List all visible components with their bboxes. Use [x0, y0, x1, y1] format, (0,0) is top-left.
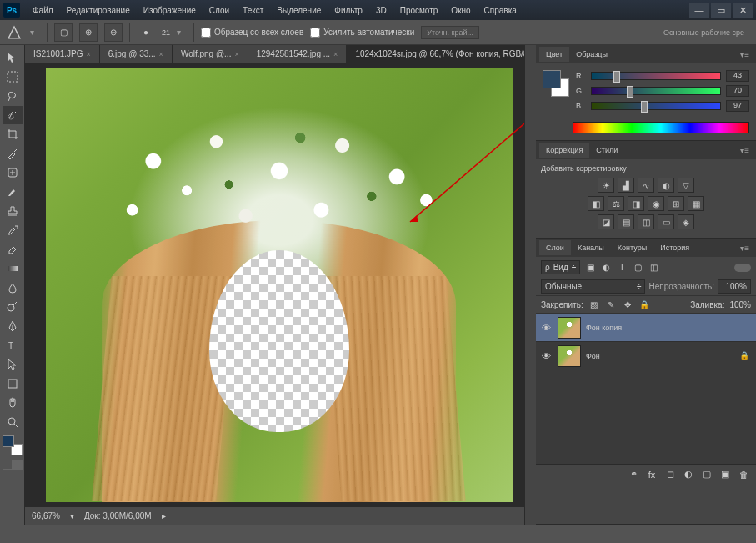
close-button[interactable]: ✕: [733, 3, 753, 18]
tab-close-icon[interactable]: ×: [86, 50, 90, 58]
layer-row[interactable]: 👁 Фон копия: [536, 314, 756, 342]
preset-dropdown-icon[interactable]: ▾: [30, 28, 40, 37]
channel-mixer-icon[interactable]: ⊞: [668, 196, 684, 211]
adjustments-tab[interactable]: Коррекция: [539, 143, 589, 158]
menu-3d[interactable]: 3D: [370, 3, 393, 18]
lock-all-icon[interactable]: 🔒: [638, 299, 650, 310]
layer-mask-icon[interactable]: ◻: [663, 467, 678, 482]
crop-tool[interactable]: [3, 125, 23, 143]
tool-preset-icon[interactable]: [5, 23, 23, 42]
tab-close-icon[interactable]: ×: [333, 50, 338, 58]
add-selection-icon[interactable]: ⊕: [79, 23, 98, 42]
eyedropper-tool[interactable]: [3, 144, 23, 163]
panel-menu-icon[interactable]: ▾≡: [737, 50, 753, 59]
blend-mode-select[interactable]: Обычные ÷: [541, 279, 645, 294]
filter-adj-icon[interactable]: ◐: [599, 261, 613, 274]
document-tab[interactable]: 6.jpg @ 33...×: [100, 45, 173, 63]
document-tab[interactable]: Wolf.png @...×: [173, 45, 248, 63]
invert-icon[interactable]: ◪: [598, 214, 614, 229]
zoom-tool[interactable]: [3, 413, 23, 431]
curves-icon[interactable]: ∿: [638, 178, 654, 193]
layer-name[interactable]: Фон: [586, 352, 734, 360]
dodge-tool[interactable]: [3, 298, 23, 316]
slider-g[interactable]: [591, 87, 721, 95]
menu-text[interactable]: Текст: [237, 3, 269, 18]
styles-tab[interactable]: Стили: [589, 143, 624, 158]
menu-file[interactable]: Файл: [27, 3, 59, 18]
stamp-tool[interactable]: [3, 202, 23, 220]
lock-transparency-icon[interactable]: ▨: [588, 299, 600, 310]
menu-view[interactable]: Просмотр: [394, 3, 444, 18]
slider-r[interactable]: [591, 72, 721, 80]
slider-b-value[interactable]: 97: [726, 100, 749, 112]
fill-value[interactable]: 100%: [729, 300, 751, 309]
menu-help[interactable]: Справка: [478, 3, 523, 18]
exposure-icon[interactable]: ◐: [658, 178, 674, 193]
new-selection-icon[interactable]: ▢: [54, 23, 73, 42]
new-adjustment-icon[interactable]: ◐: [681, 467, 696, 482]
document-tab[interactable]: IS21001.JPG×: [25, 45, 100, 63]
color-lookup-icon[interactable]: ▦: [688, 196, 704, 211]
brush-tool[interactable]: [3, 183, 23, 201]
document-tab[interactable]: 1024x1024sr.jpg @ 66,7% (Фон копия, RGB/…: [347, 45, 524, 63]
slider-r-value[interactable]: 43: [726, 70, 749, 82]
zoom-dropdown-icon[interactable]: ▾: [70, 511, 74, 520]
photo-filter-icon[interactable]: ◉: [648, 196, 664, 211]
layer-row[interactable]: 👁 Фон 🔒: [536, 342, 756, 370]
zoom-level[interactable]: 66,67%: [32, 511, 60, 520]
minimize-button[interactable]: —: [689, 3, 709, 18]
panel-fg-color[interactable]: [543, 70, 561, 88]
filter-type-icon[interactable]: T: [615, 261, 628, 274]
levels-icon[interactable]: ▟: [618, 178, 634, 193]
gradient-map-icon[interactable]: ▭: [658, 214, 674, 229]
link-layers-icon[interactable]: ⚭: [626, 467, 641, 482]
layer-fx-icon[interactable]: fx: [644, 467, 659, 482]
subtract-selection-icon[interactable]: ⊖: [104, 23, 123, 42]
color-balance-icon[interactable]: ⚖: [608, 196, 624, 211]
menu-window[interactable]: Окно: [445, 3, 476, 18]
vibrance-icon[interactable]: ▽: [678, 178, 694, 193]
color-tab[interactable]: Цвет: [539, 47, 569, 62]
canvas-viewport[interactable]: [25, 63, 524, 506]
delete-layer-icon[interactable]: 🗑: [736, 467, 751, 482]
panel-menu-icon[interactable]: ▾≡: [737, 244, 753, 253]
posterize-icon[interactable]: ▤: [618, 214, 634, 229]
menu-filter[interactable]: Фильтр: [328, 3, 368, 18]
panel-menu-icon[interactable]: ▾≡: [737, 146, 753, 155]
filter-smart-icon[interactable]: ◫: [647, 261, 660, 274]
document-tab[interactable]: 12942581542.jpg ...×: [248, 45, 348, 63]
bw-icon[interactable]: ◨: [628, 196, 644, 211]
slider-b[interactable]: [591, 102, 721, 110]
type-tool[interactable]: T: [3, 336, 23, 354]
hand-tool[interactable]: [3, 394, 23, 412]
new-layer-icon[interactable]: ▣: [718, 467, 733, 482]
threshold-icon[interactable]: ◫: [638, 214, 654, 229]
gradient-tool[interactable]: [3, 259, 23, 278]
channels-tab[interactable]: Каналы: [571, 240, 611, 255]
opacity-value[interactable]: 100%: [718, 279, 751, 294]
auto-enhance-check[interactable]: Усилить автоматически: [310, 28, 414, 38]
lock-position-icon[interactable]: ✥: [622, 299, 633, 310]
sample-all-layers-check[interactable]: Образец со всех слоев: [201, 28, 303, 38]
brush-dropdown-icon[interactable]: ▾: [177, 28, 187, 37]
canvas[interactable]: [46, 68, 513, 502]
layer-thumbnail[interactable]: [558, 345, 581, 367]
brightness-icon[interactable]: ☀: [598, 178, 614, 193]
menu-layer[interactable]: Слои: [203, 3, 235, 18]
maximize-button[interactable]: ▭: [711, 3, 731, 18]
quick-select-tool[interactable]: [3, 106, 23, 124]
eraser-tool[interactable]: [3, 240, 23, 259]
menu-edit[interactable]: Редактирование: [61, 3, 136, 18]
lasso-tool[interactable]: [3, 87, 23, 105]
menu-select[interactable]: Выделение: [271, 3, 327, 18]
tab-close-icon[interactable]: ×: [159, 50, 163, 58]
filter-shape-icon[interactable]: ▢: [631, 261, 644, 274]
menu-image[interactable]: Изображение: [138, 3, 202, 18]
brush-size-value[interactable]: 21: [162, 28, 170, 37]
layer-visibility-icon[interactable]: 👁: [539, 323, 553, 333]
layer-filter-kind[interactable]: ρВид÷: [541, 260, 580, 274]
layers-tab[interactable]: Слои: [539, 240, 571, 255]
hue-icon[interactable]: ◧: [588, 196, 604, 211]
layer-thumbnail[interactable]: [558, 317, 581, 339]
filter-pixel-icon[interactable]: ▣: [583, 261, 597, 274]
